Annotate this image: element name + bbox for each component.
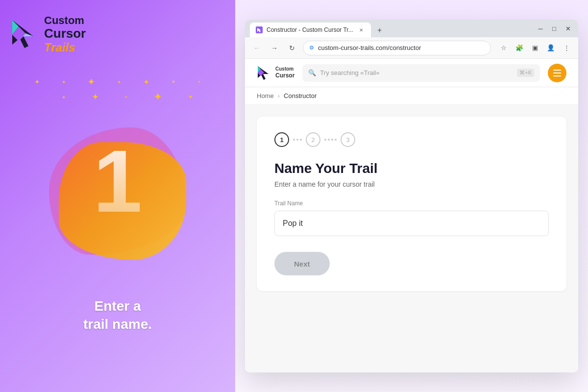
maximize-button[interactable]: □ [548,22,561,35]
sparkles-row: ✦ ✦ ✦ ✦ ✦ ✦ ✦ [34,76,201,88]
sparkle-12: ✦ [188,94,193,100]
sparkles-row2: ✦ ✦ ✦ ✦ ✦ [49,91,206,103]
profile-button[interactable]: 👤 [544,41,558,55]
logo-icon [10,18,39,52]
sparkle-10: ✦ [124,95,128,99]
trail-name-label: Trail Name [274,200,549,207]
constructor-card: 1 2 [257,117,566,291]
minimize-button[interactable]: ─ [534,22,547,35]
left-panel: Custom Cursor Trails ✦ ✦ ✦ ✦ ✦ ✦ ✦ ✦ ✦ ✦… [0,0,235,392]
sparkle-5: ✦ [143,77,149,87]
breadcrumb-separator: › [278,92,280,99]
logo-text: Custom Cursor Trails [44,15,86,55]
browser-action-buttons: ☆ 🧩 ▣ 👤 ⋮ [497,41,573,55]
back-button[interactable]: ← [250,41,264,55]
trail-name-input[interactable] [274,211,549,236]
step-2-circle: 2 [306,132,320,147]
enter-trail-text: Enter a trail name. [83,297,152,333]
logo-cursor-text: Cursor [44,26,86,41]
tab-bar-row: Constructor - Custom Cursor Tr... ✕ + ─ … [245,20,578,37]
sparkle-11: ✦ [153,91,162,103]
browser-tab[interactable]: Constructor - Custom Cursor Tr... ✕ [250,23,371,37]
site-main: 1 2 [245,105,578,372]
step-3-circle: 3 [341,132,355,147]
reload-button[interactable]: ↻ [285,41,299,55]
search-icon: 🔍 [308,69,316,76]
hamburger-icon [553,70,561,76]
sparkle-3: ✦ [87,76,96,88]
hamburger-button[interactable] [548,64,566,82]
logo-area: Custom Cursor Trails [10,15,86,55]
breadcrumb: Home › Constructor [245,87,578,105]
steps-row: 1 2 [274,132,549,147]
tab-favicon [256,26,263,33]
search-placeholder: Try searching «Trail» [320,69,379,76]
site-header: Custom Cursor 🔍 Try searching «Trail» ⌘+… [245,59,578,87]
sparkle-9: ✦ [92,92,99,102]
browser-window: Constructor - Custom Cursor Tr... ✕ + ─ … [245,20,578,372]
sparkle-8: ✦ [62,95,66,100]
security-icon: ⚙ [309,45,314,51]
logo-trails-text: Trails [44,41,86,55]
sparkle-2: ✦ [62,79,66,85]
url-text: custom-cursor-trails.com/constructor [318,44,421,51]
site-logo-icon [257,65,272,81]
bookmark-button[interactable]: ☆ [497,41,511,55]
browser-menu-button[interactable]: ⋮ [560,41,573,55]
form-title: Name Your Trail [274,161,549,176]
forward-button[interactable]: → [268,41,281,55]
sparkle-1: ✦ [34,78,40,86]
form-subtitle: Enter a name for your cursor trail [274,180,549,188]
tab-close-btn[interactable]: ✕ [357,26,365,34]
tab-title: Constructor - Custom Cursor Tr... [267,26,353,33]
close-button[interactable]: ✕ [562,22,574,35]
step-number-display: 1 [93,137,142,225]
site-logo-text: Custom Cursor [275,66,294,79]
site-logo[interactable]: Custom Cursor [257,65,294,81]
window-controls: ─ □ ✕ [534,22,574,35]
address-bar[interactable]: ⚙ custom-cursor-trails.com/constructor [303,41,491,55]
right-panel: Constructor - Custom Cursor Tr... ✕ + ─ … [235,0,588,392]
step-1-circle: 1 [274,132,289,147]
logo-custom-text: Custom [44,15,86,26]
browser-controls: ← → ↻ ⚙ custom-cursor-trails.com/constru… [245,37,578,59]
sparkle-7: ✦ [197,80,201,84]
step-dots-1 [293,139,302,141]
search-shortcut: ⌘+K [517,69,534,77]
blob-container: 1 [34,108,201,274]
svg-marker-4 [257,28,261,32]
new-tab-button[interactable]: + [373,24,387,37]
sparkle-4: ✦ [117,79,121,85]
sparkle-6: ✦ [171,78,176,85]
step-dots-2 [324,139,337,141]
extension-button[interactable]: 🧩 [513,41,526,55]
breadcrumb-home[interactable]: Home [257,92,274,99]
breadcrumb-current: Constructor [284,92,317,99]
sidebar-button[interactable]: ▣ [528,41,542,55]
next-button[interactable]: Next [274,252,330,275]
site-search[interactable]: 🔍 Try searching «Trail» ⌘+K [302,64,540,82]
